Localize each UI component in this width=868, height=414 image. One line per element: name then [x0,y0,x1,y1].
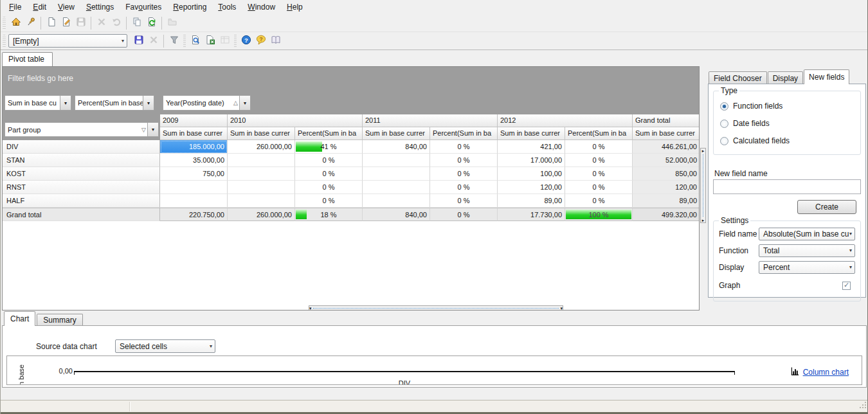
radio-calculated-fields[interactable]: Calculated fields [720,136,790,145]
data-cell[interactable]: 17.000,00 [498,154,565,167]
help-button[interactable]: ? [239,33,253,48]
chevron-right-icon[interactable]: ▸ [702,148,705,153]
manual-button[interactable] [268,33,283,48]
tab-new-fields[interactable]: New fields [804,69,849,84]
column-group-2012[interactable]: 2012 [498,114,633,127]
percent-cell[interactable]: 18 % [295,208,363,221]
filter-drop-zone[interactable]: Filter fields go here [8,74,73,83]
print-preview-button[interactable] [188,33,203,48]
data-field-sum[interactable]: Sum in base cu ▾ [5,95,71,111]
create-button[interactable]: Create [797,200,856,214]
menu-file[interactable]: File [3,1,27,13]
chevron-down-icon[interactable]: ▾ [560,306,563,310]
sub-header[interactable]: Sum in base currer [160,127,228,140]
chevron-down-icon[interactable]: ▾ [60,96,71,110]
tab-display[interactable]: Display [768,71,803,84]
data-cell[interactable] [228,167,295,181]
percent-cell[interactable]: 0 % [565,140,633,154]
resize-grip[interactable] [859,401,867,411]
function-select[interactable]: Total▾ [759,244,855,257]
chevron-down-icon[interactable]: ▾ [143,96,154,110]
refresh-button[interactable] [144,15,159,30]
column-group-2009[interactable]: 2009 [160,114,228,127]
data-cell[interactable] [160,194,228,208]
row-header[interactable]: RNST [3,181,160,194]
data-cell[interactable]: 840,00 [363,140,430,154]
percent-cell[interactable]: 0 % [565,181,633,194]
save-view-button[interactable] [131,33,146,48]
percent-cell[interactable]: 0 % [295,194,363,208]
data-cell[interactable] [363,194,430,208]
open-folder-button[interactable] [165,15,179,30]
tab-summary[interactable]: Summary [37,314,82,326]
display-select[interactable]: Percent▾ [759,261,855,274]
grand-total-cell[interactable]: 120,00 [633,181,700,194]
data-cell[interactable]: 17.730,00 [498,208,565,221]
menu-settings[interactable]: Settings [80,1,120,13]
grand-total-cell[interactable]: 52.000,00 [633,154,700,167]
data-cell[interactable] [160,181,228,194]
data-cell-selected[interactable]: 185.000,00 [160,140,228,154]
pivot-layout-button[interactable] [217,33,232,48]
delete-view-button[interactable] [146,33,161,48]
save-button[interactable] [73,15,88,30]
data-cell[interactable] [363,154,430,167]
horizontal-splitter[interactable]: ▾ ▾ [309,305,563,310]
sub-header[interactable]: Percent(Sum in ba [430,127,498,140]
tab-pivot-table[interactable]: Pivot table [2,52,53,66]
radio-function-fields[interactable]: Function fields [720,102,782,111]
edit-button[interactable] [59,15,73,30]
grand-total-cell[interactable]: 850,00 [633,167,700,181]
percent-cell[interactable]: 41 % [295,140,363,154]
sub-header[interactable]: Percent(Sum in ba [565,127,633,140]
chevron-right-icon[interactable]: ▸ [702,218,705,222]
chevron-down-icon[interactable]: ▾ [147,123,158,136]
menu-help[interactable]: Help [281,1,309,13]
column-field-year[interactable]: Year(Posting date) △ ▾ [163,95,251,111]
field-name-select[interactable]: Absolute(Sum in base cu▾ [759,228,855,240]
percent-cell[interactable]: 0 % [430,181,498,194]
context-help-button[interactable]: ? [253,33,268,48]
tab-field-chooser[interactable]: Field Chooser [709,71,767,84]
sub-header[interactable]: Percent(Sum in ba [295,127,363,140]
sub-header[interactable]: Sum in base currer [363,127,430,140]
percent-cell[interactable]: 0 % [295,154,363,167]
chevron-down-icon[interactable]: ▾ [239,96,250,110]
menu-window[interactable]: Window [242,1,281,13]
data-cell[interactable] [228,194,295,208]
filter-button[interactable] [167,33,181,48]
percent-cell[interactable]: 0 % [565,167,633,181]
data-field-percent[interactable]: Percent(Sum in base ▾ [75,95,154,111]
data-cell[interactable]: 421,00 [498,140,565,154]
column-group-2011[interactable]: 2011 [363,114,498,127]
data-cell[interactable]: 100,00 [498,167,565,181]
chevron-down-icon[interactable]: ▾ [309,306,312,310]
delete-button[interactable] [94,15,109,30]
copy-button[interactable] [129,15,144,30]
export-excel-button[interactable] [203,33,217,48]
data-cell[interactable]: 840,00 [363,208,430,221]
data-cell[interactable]: 260.000,00 [228,140,295,154]
menu-view[interactable]: View [52,1,80,13]
menu-favourites[interactable]: Favourites [120,1,167,13]
data-cell[interactable]: 750,00 [160,167,228,181]
data-cell[interactable]: 35.000,00 [160,154,228,167]
toolbar-grip[interactable] [3,17,6,30]
vertical-splitter[interactable]: ▸ ▸ [700,148,706,223]
percent-cell[interactable]: 0 % [565,194,633,208]
data-cell[interactable]: 89,00 [498,194,565,208]
data-cell[interactable] [228,181,295,194]
source-data-select[interactable]: Selected cells▾ [115,339,215,353]
menu-reporting[interactable]: Reporting [167,1,212,13]
percent-cell[interactable]: 0 % [430,208,498,221]
row-header[interactable]: KOST [3,167,160,181]
grand-total-cell[interactable]: 89,00 [633,194,700,208]
data-cell[interactable]: 120,00 [498,181,565,194]
sub-header[interactable]: Sum in base currer [228,127,295,140]
percent-cell[interactable]: 100 % [565,208,633,221]
column-group-2010[interactable]: 2010 [228,114,363,127]
radio-date-fields[interactable]: Date fields [720,119,770,128]
column-group-grand-total[interactable]: Grand total [633,114,700,127]
menu-tools[interactable]: Tools [212,1,242,13]
new-button[interactable] [44,15,59,30]
